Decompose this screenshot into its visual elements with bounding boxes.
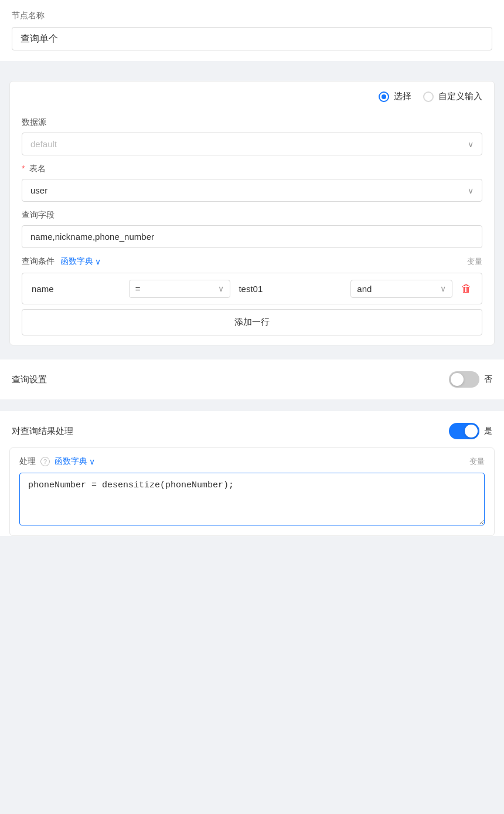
divider-1: [0, 67, 504, 73]
form-section: 数据源 default ∨ * 表名 user ∨ 查询字段 查询条件 函数字典…: [10, 117, 494, 345]
datasource-select[interactable]: default ∨: [22, 133, 482, 155]
condition-operator-chevron-icon: ∨: [218, 284, 224, 293]
func-dict-chevron-icon: ∨: [95, 257, 101, 266]
required-star: *: [22, 164, 25, 173]
condition-logic-value: and: [357, 284, 372, 294]
processing-title: 处理: [19, 456, 36, 467]
add-row-button[interactable]: 添加一行: [22, 309, 482, 335]
datasource-chevron-icon: ∨: [468, 140, 474, 149]
func-dict-btn[interactable]: 函数字典 ∨: [60, 256, 101, 267]
condition-variable-label: 变量: [467, 256, 482, 267]
processing-variable-label: 变量: [469, 456, 485, 467]
radio-custom-label: 自定义输入: [438, 91, 482, 102]
processing-header: 处理 ? 函数字典 ∨ 变量: [19, 456, 485, 467]
processing-code-textarea[interactable]: phoneNumber = desensitize(phoneNumber);: [19, 473, 485, 525]
node-name-input[interactable]: [12, 27, 492, 50]
result-processing-toggle[interactable]: [449, 423, 479, 439]
condition-value: test01: [235, 281, 346, 296]
result-toggle-label: 是: [484, 426, 492, 436]
result-processing-label: 对查询结果处理: [12, 426, 73, 437]
node-name-label: 节点名称: [12, 11, 492, 21]
radio-select-label: 选择: [394, 91, 411, 102]
condition-field-name: name: [28, 281, 124, 296]
radio-row: 选择 自定义输入: [10, 82, 494, 109]
processing-card: 处理 ? 函数字典 ∨ 变量 phoneNumber = desensitize…: [9, 447, 495, 536]
result-section: 对查询结果处理 是 处理 ? 函数字典 ∨ 变量 phoneNumber = d…: [0, 411, 504, 536]
result-toggle-wrap: 是: [449, 423, 492, 439]
func-dict-label: 函数字典: [60, 256, 93, 267]
query-settings-toggle[interactable]: [449, 371, 479, 388]
table-value: user: [30, 185, 47, 195]
result-toggle-knob: [465, 425, 478, 437]
query-settings-toggle-wrap: 否: [449, 371, 492, 388]
table-select[interactable]: user ∨: [22, 179, 482, 202]
radio-custom-circle: [423, 91, 434, 102]
radio-select[interactable]: 选择: [379, 91, 411, 102]
query-settings-toggle-label: 否: [484, 374, 492, 385]
query-field-label: 查询字段: [22, 210, 482, 221]
delete-condition-button[interactable]: 🗑: [457, 279, 476, 298]
processing-func-dict-label: 函数字典: [55, 456, 87, 467]
toggle-knob: [451, 373, 464, 386]
processing-func-dict-chevron-icon: ∨: [89, 457, 95, 466]
datasource-value: default: [30, 139, 57, 149]
main-card: 选择 自定义输入 数据源 default ∨ * 表名 user ∨ 查询字段 …: [9, 81, 495, 345]
query-settings-label: 查询设置: [12, 374, 47, 385]
condition-header: 查询条件 函数字典 ∨ 变量: [22, 256, 482, 267]
help-icon[interactable]: ?: [40, 457, 50, 466]
processing-func-dict-btn[interactable]: 函数字典 ∨: [55, 456, 95, 467]
query-settings-row: 查询设置 否: [0, 359, 504, 399]
condition-row: name = ∨ test01 and ∨ 🗑: [22, 273, 482, 304]
query-field-input[interactable]: [22, 225, 482, 248]
table-chevron-icon: ∨: [468, 186, 474, 195]
radio-select-circle: [379, 91, 389, 102]
table-label: * 表名: [22, 164, 482, 174]
result-header: 对查询结果处理 是: [0, 411, 504, 439]
condition-operator-select[interactable]: = ∨: [129, 280, 231, 298]
condition-logic-select[interactable]: and ∨: [350, 280, 452, 298]
divider-3: [0, 405, 504, 411]
condition-label: 查询条件: [22, 256, 55, 267]
condition-operator-value: =: [135, 284, 141, 294]
node-name-section: 节点名称: [0, 0, 504, 61]
divider-2: [0, 354, 504, 359]
radio-custom[interactable]: 自定义输入: [423, 91, 482, 102]
condition-logic-chevron-icon: ∨: [440, 284, 446, 293]
datasource-label: 数据源: [22, 117, 482, 128]
